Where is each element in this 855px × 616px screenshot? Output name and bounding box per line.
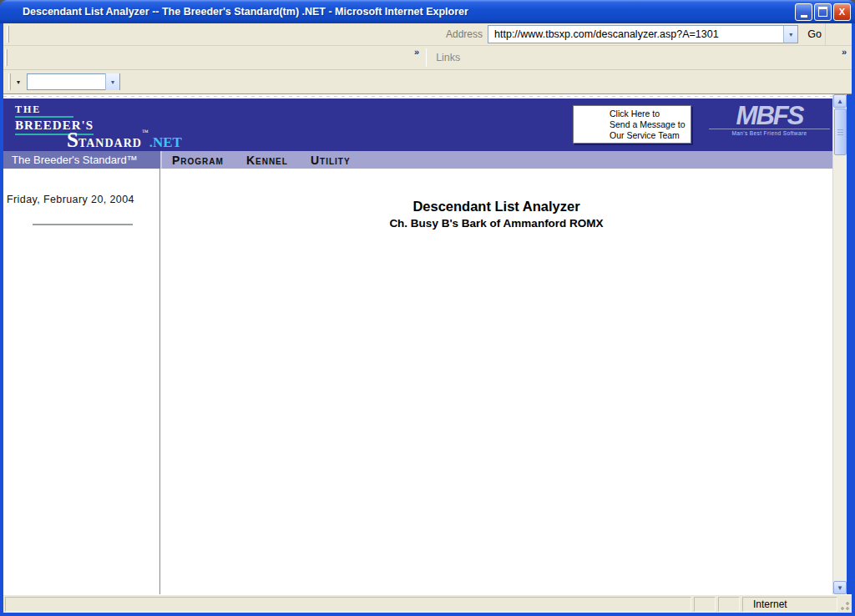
nav-item-program[interactable]: Program (172, 154, 224, 167)
page-area: THE BREEDER'S STANDARD™.NET Click Here t… (3, 94, 852, 594)
links-overflow-chevron[interactable]: » (838, 46, 850, 58)
go-label: Go (807, 28, 822, 40)
toolbar-separator (426, 48, 427, 67)
maximize-button[interactable] (814, 3, 832, 21)
go-button[interactable]: Go (804, 28, 822, 40)
address-input[interactable]: http://www.tbsxp.com/descanalyzer.asp?A=… (488, 25, 798, 43)
address-url[interactable]: http://www.tbsxp.com/descanalyzer.asp?A=… (494, 28, 783, 40)
toolbar-grip[interactable] (5, 49, 8, 66)
toolbar-overflow-chevron[interactable]: » (411, 46, 422, 58)
ebay-search-input[interactable]: ▾ (27, 73, 120, 90)
pen-message-icon (575, 109, 606, 140)
service-team-button[interactable]: Click Here to Send a Message to Our Serv… (573, 105, 691, 144)
page-body: Friday, February 20, 2004 Descendant Lis… (3, 169, 832, 594)
title-bar: Descendant List Analyzer -- The Breeder'… (0, 0, 855, 23)
nav-menu: Program Kennel Utility (160, 151, 832, 169)
links-label: Links (430, 52, 466, 63)
status-zone-label: Internet (753, 598, 787, 610)
current-date: Friday, February 20, 2004 (7, 194, 159, 205)
status-main-pane (5, 597, 691, 612)
scrollbar-thumb[interactable] (834, 109, 847, 155)
status-zone-pane: Internet (742, 597, 837, 612)
resize-grip[interactable] (839, 597, 850, 612)
address-dropdown-icon[interactable]: ▾ (783, 26, 797, 43)
status-bar: Internet (3, 594, 852, 613)
mbfs-logo: MBFS Man's Best Friend Software (709, 102, 830, 136)
toolbar-grip[interactable] (8, 73, 11, 90)
mbfs-tagline: Man's Best Friend Software (709, 129, 830, 136)
logo-line-the: THE (15, 104, 73, 118)
window-chrome: Address http://www.tbsxp.com/descanalyze… (3, 23, 852, 613)
windows-flag-icon (825, 23, 850, 45)
mbfs-text: MBFS (736, 102, 803, 130)
status-pane (694, 597, 716, 612)
scroll-up-icon[interactable]: ▲ (833, 94, 847, 108)
breeders-standard-logo: THE BREEDER'S STANDARD™.NET (15, 101, 182, 152)
sidebar-buttons (33, 224, 133, 225)
page-title: Descendant List Analyzer (160, 199, 832, 215)
sidebar: Friday, February 20, 2004 (3, 169, 160, 594)
ebay-search-dropdown-icon[interactable]: ▾ (105, 73, 119, 90)
page-subtitle: Ch. Busy B's Bark of Ammanford ROMX (160, 217, 832, 230)
toolbar-grip[interactable] (7, 26, 9, 43)
site-nav: The Breeder's Standard™ Program Kennel U… (3, 151, 832, 169)
toolbar-row: » Links » (3, 46, 852, 70)
chevron-down-icon[interactable]: ▾ (17, 78, 20, 86)
ie-logo-icon (4, 5, 19, 18)
close-button[interactable] (833, 3, 851, 21)
logo-line-standard: STANDARD™.NET (67, 129, 182, 152)
page-content: THE BREEDER'S STANDARD™.NET Click Here t… (3, 94, 832, 594)
nav-item-utility[interactable]: Utility (311, 154, 351, 167)
menu-address-row: Address http://www.tbsxp.com/descanalyze… (3, 23, 852, 46)
address-label: Address (446, 28, 483, 40)
service-team-text: Click Here to Send a Message to Our Serv… (610, 109, 685, 141)
minimize-button[interactable] (795, 3, 812, 21)
browser-window: Descendant List Analyzer -- The Breeder'… (0, 0, 855, 616)
window-edge (847, 94, 852, 594)
scroll-down-icon[interactable]: ▼ (833, 581, 847, 594)
window-title: Descendant List Analyzer -- The Breeder'… (23, 6, 793, 18)
vertical-scrollbar[interactable]: ▲ ▼ (832, 94, 847, 594)
ebay-toolbar: ▾ ▾ (3, 70, 852, 94)
status-pane (718, 597, 740, 612)
main-content: Descendant List Analyzer Ch. Busy B's Ba… (160, 169, 832, 594)
site-banner: THE BREEDER'S STANDARD™.NET Click Here t… (3, 98, 832, 151)
nav-item-kennel[interactable]: Kennel (246, 154, 288, 167)
nav-tab-breeders-standard[interactable]: The Breeder's Standard™ (3, 151, 160, 169)
